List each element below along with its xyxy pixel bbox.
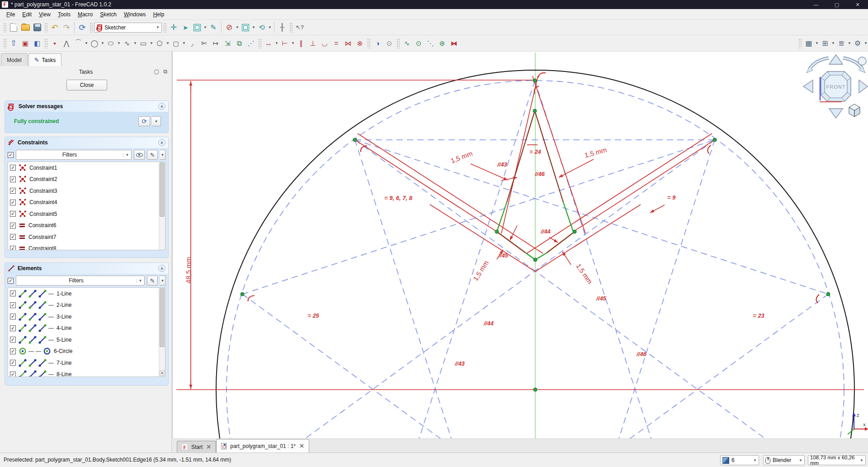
minimize-button[interactable]: — — [806, 0, 826, 9]
sketch-view-icon[interactable]: ✎ — [208, 22, 219, 33]
sketcher-settings-dropdown-icon[interactable]: ▼ — [863, 38, 868, 49]
leave-sketch-icon[interactable]: ⇧ — [8, 38, 19, 49]
constrain-horizontal-vertical-icon[interactable]: ⊢ — [279, 38, 291, 49]
constraint-marker-label[interactable]: = 24 — [529, 148, 541, 155]
element-row[interactable]: ✓—8-Line — [8, 369, 165, 377]
open-file-icon[interactable] — [19, 22, 31, 33]
elements-filter-checkbox[interactable]: ✓ — [8, 278, 14, 284]
create-arc-icon[interactable]: ⌒ — [72, 38, 84, 49]
element-row[interactable]: ✓—1-Line — [8, 288, 165, 300]
constrain-parallel-icon[interactable]: ∥ — [295, 38, 307, 49]
measure-icon[interactable]: ╂ — [276, 22, 288, 33]
create-arc-dropdown-icon[interactable]: ▼ — [84, 38, 89, 49]
document-tab-start[interactable]: FStart✕ — [177, 441, 216, 453]
toolbar-grip[interactable] — [289, 23, 292, 33]
bspline-multiplicity-icon[interactable]: ⊛ — [436, 38, 448, 49]
fit-selection-icon[interactable]: ➤ — [179, 22, 191, 33]
toolbar-grip[interactable] — [44, 23, 47, 33]
constraint-marker-label[interactable]: //46 — [636, 351, 646, 357]
sync-view-dropdown-icon[interactable]: ▼ — [268, 22, 272, 33]
element-checkbox[interactable]: ✓ — [10, 360, 16, 366]
constraint-row[interactable]: ✓Constraint2 — [8, 174, 165, 186]
constraint-row[interactable]: ✓Constraint7 — [8, 231, 165, 243]
constraints-filter-combo[interactable]: Filters▼ — [16, 150, 132, 160]
element-checkbox[interactable]: ✓ — [10, 348, 16, 354]
grid-toggle-dropdown-icon[interactable]: ▼ — [815, 38, 819, 49]
constraint-marker-label[interactable]: //45 — [596, 295, 606, 302]
constrain-block-icon[interactable]: ⊗ — [354, 38, 366, 49]
constraint-checkbox[interactable]: ✓ — [10, 200, 16, 205]
toolbar-grip[interactable] — [367, 38, 370, 48]
element-row[interactable]: ✓—5-Line — [8, 334, 165, 346]
panel-tab-tasks[interactable]: ✎Tasks — [28, 53, 62, 66]
trim-edge-icon[interactable]: ✄ — [198, 38, 210, 49]
constraint-checkbox[interactable]: ✓ — [10, 176, 16, 182]
constraint-row[interactable]: ✓Constraint4 — [8, 197, 165, 209]
elements-filter-combo[interactable]: Filters▼ — [16, 276, 145, 286]
constrain-perpendicular-icon[interactable]: ⊥ — [307, 38, 319, 49]
element-row[interactable]: ✓——6-Circle — [8, 346, 165, 357]
dimension-label[interactable]: 48,5 mm — [184, 257, 192, 283]
element-row[interactable]: ✓—2-Line — [8, 300, 165, 311]
element-checkbox[interactable]: ✓ — [10, 314, 16, 319]
bspline-knots-icon[interactable]: ⋱ — [425, 38, 436, 49]
create-rectangle-icon[interactable]: ▭ — [137, 38, 149, 49]
dimension-label[interactable]: 1,5 mm — [584, 146, 608, 159]
elements-settings-dropdown-icon[interactable]: ▼ — [160, 276, 165, 286]
solver-refresh-button[interactable]: ⟳ — [138, 116, 150, 126]
snap-toggle-dropdown-icon[interactable]: ▼ — [831, 38, 835, 49]
constraint-checkbox[interactable]: ✓ — [10, 246, 16, 250]
save-file-icon[interactable] — [31, 22, 43, 33]
constraint-row[interactable]: ✓Constraint6 — [8, 220, 165, 232]
close-task-button[interactable]: Close — [66, 80, 107, 91]
fit-all-icon[interactable]: ✛ — [168, 22, 179, 33]
collapse-chevron-icon[interactable]: ∧ — [158, 139, 165, 146]
navcube-right-arrow[interactable] — [859, 80, 868, 93]
draw-style-icon[interactable] — [240, 22, 251, 33]
constraints-settings-button[interactable]: ✎ — [147, 150, 158, 160]
grid-toggle-icon[interactable]: ▦ — [803, 38, 815, 49]
constraint-checkbox[interactable]: ✓ — [10, 211, 16, 217]
constraint-checkbox[interactable]: ✓ — [10, 188, 16, 194]
close-window-button[interactable]: ✕ — [847, 0, 868, 9]
element-row[interactable]: ✓—7-Line — [8, 357, 165, 369]
nav-style-combo[interactable]: Blender▼ — [763, 455, 805, 465]
create-polygon-dropdown-icon[interactable]: ▼ — [165, 38, 170, 49]
collapse-chevron-icon[interactable]: ∧ — [158, 103, 165, 110]
carbon-copy-icon[interactable]: ⧉ — [233, 38, 245, 49]
constraint-marker-label[interactable]: = 9, 6, 7, 8 — [384, 195, 413, 201]
scroll-down-icon[interactable]: ▼ — [160, 370, 165, 376]
toolbar-grip[interactable] — [163, 23, 166, 33]
element-row[interactable]: ✓—4-Line — [8, 323, 165, 334]
constrain-symmetric-icon[interactable]: ⋈ — [342, 38, 354, 49]
constraint-row[interactable]: ✓Constraint8 — [8, 243, 165, 251]
extend-edge-icon[interactable]: ↦ — [210, 38, 222, 49]
constraints-visibility-button[interactable] — [134, 150, 145, 160]
menu-sketch[interactable]: Sketch — [96, 10, 120, 19]
constraint-row[interactable]: ✓Constraint1 — [8, 162, 165, 174]
navcube-up-arrow[interactable] — [829, 55, 843, 64]
constraint-checkbox[interactable]: ✓ — [10, 234, 16, 240]
navcube-left-arrow[interactable] — [803, 80, 813, 93]
constraints-scrollbar[interactable] — [159, 162, 165, 250]
element-row[interactable]: ✓—3-Line — [8, 311, 165, 323]
bspline-polygon-icon[interactable]: ⊙ — [413, 38, 425, 49]
constraint-checkbox[interactable]: ✓ — [10, 223, 16, 229]
axonometric-view-dropdown-icon[interactable]: ▼ — [203, 22, 208, 33]
navigation-cube[interactable]: FRONT — [803, 55, 868, 118]
constrain-dimension-icon[interactable]: ↔ — [263, 38, 274, 49]
menu-edit[interactable]: Edit — [19, 10, 35, 19]
document-tab-active[interactable]: part_polygram_star_01 : 1*✕ — [216, 439, 309, 453]
navcube-down-arrow[interactable] — [829, 109, 843, 118]
join-curves-icon[interactable]: ⧓ — [448, 38, 460, 49]
render-order-icon[interactable]: ≣ — [835, 38, 847, 49]
create-bspline-icon[interactable]: ∿ — [121, 38, 133, 49]
create-conic-dropdown-icon[interactable]: ▼ — [117, 38, 121, 49]
toolbar-grip[interactable] — [3, 38, 6, 48]
toolbar-grip[interactable] — [798, 38, 802, 48]
toggle-active-constraint-icon[interactable]: ⊙ — [383, 38, 395, 49]
constrain-equal-icon[interactable]: = — [330, 38, 342, 49]
elements-settings-button[interactable]: ✎ — [147, 276, 158, 286]
create-fillet-icon[interactable]: ◞ — [186, 38, 198, 49]
element-checkbox[interactable]: ✓ — [10, 291, 16, 296]
